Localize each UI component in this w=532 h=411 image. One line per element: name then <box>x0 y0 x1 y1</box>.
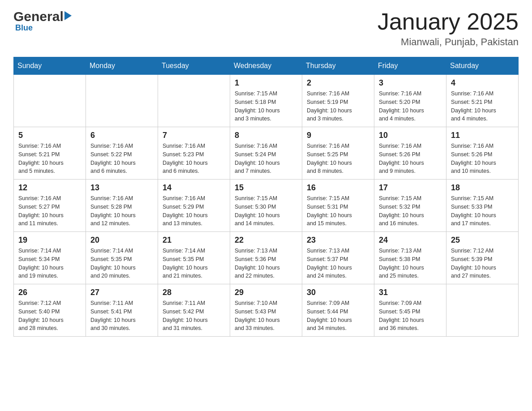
day-cell-14: 14Sunrise: 7:16 AMSunset: 5:29 PMDayligh… <box>158 180 230 232</box>
day-cell-8: 8Sunrise: 7:16 AMSunset: 5:24 PMDaylight… <box>230 127 302 180</box>
day-cell-7: 7Sunrise: 7:16 AMSunset: 5:23 PMDaylight… <box>158 127 230 180</box>
empty-cell <box>86 75 158 127</box>
empty-cell <box>158 75 230 127</box>
week-row-3: 12Sunrise: 7:16 AMSunset: 5:27 PMDayligh… <box>14 180 519 232</box>
day-number: 19 <box>18 235 81 245</box>
day-cell-21: 21Sunrise: 7:14 AMSunset: 5:35 PMDayligh… <box>158 232 230 284</box>
day-info: Sunrise: 7:16 AMSunset: 5:25 PMDaylight:… <box>307 142 369 176</box>
day-number: 23 <box>307 235 369 245</box>
day-number: 25 <box>451 235 514 245</box>
day-number: 8 <box>235 131 297 140</box>
day-info: Sunrise: 7:15 AMSunset: 5:30 PMDaylight:… <box>235 194 297 228</box>
day-number: 3 <box>379 78 442 88</box>
day-cell-20: 20Sunrise: 7:14 AMSunset: 5:35 PMDayligh… <box>86 232 158 284</box>
day-number: 18 <box>451 183 514 193</box>
day-number: 1 <box>235 78 297 88</box>
day-number: 31 <box>379 288 442 297</box>
day-cell-19: 19Sunrise: 7:14 AMSunset: 5:34 PMDayligh… <box>14 232 86 284</box>
column-header-sunday: Sunday <box>14 57 86 75</box>
day-info: Sunrise: 7:16 AMSunset: 5:23 PMDaylight:… <box>163 142 225 176</box>
day-cell-24: 24Sunrise: 7:13 AMSunset: 5:38 PMDayligh… <box>374 232 446 284</box>
page-header: General Blue January 2025 Mianwali, Punj… <box>13 9 519 48</box>
day-cell-22: 22Sunrise: 7:13 AMSunset: 5:36 PMDayligh… <box>230 232 302 284</box>
day-info: Sunrise: 7:14 AMSunset: 5:35 PMDaylight:… <box>163 247 225 280</box>
day-info: Sunrise: 7:14 AMSunset: 5:34 PMDaylight:… <box>18 247 81 280</box>
day-cell-16: 16Sunrise: 7:15 AMSunset: 5:31 PMDayligh… <box>302 180 374 232</box>
day-cell-30: 30Sunrise: 7:09 AMSunset: 5:44 PMDayligh… <box>302 284 374 337</box>
day-info: Sunrise: 7:11 AMSunset: 5:41 PMDaylight:… <box>90 299 153 333</box>
day-cell-3: 3Sunrise: 7:16 AMSunset: 5:20 PMDaylight… <box>374 75 446 127</box>
day-info: Sunrise: 7:12 AMSunset: 5:40 PMDaylight:… <box>18 299 81 333</box>
day-info: Sunrise: 7:13 AMSunset: 5:37 PMDaylight:… <box>307 247 369 280</box>
day-number: 13 <box>90 183 153 193</box>
day-number: 20 <box>90 235 153 245</box>
day-info: Sunrise: 7:16 AMSunset: 5:26 PMDaylight:… <box>379 142 442 176</box>
day-number: 26 <box>18 288 81 297</box>
day-info: Sunrise: 7:16 AMSunset: 5:20 PMDaylight:… <box>379 90 442 123</box>
day-info: Sunrise: 7:16 AMSunset: 5:28 PMDaylight:… <box>90 194 153 228</box>
day-cell-2: 2Sunrise: 7:16 AMSunset: 5:19 PMDaylight… <box>302 75 374 127</box>
day-cell-17: 17Sunrise: 7:15 AMSunset: 5:32 PMDayligh… <box>374 180 446 232</box>
column-header-monday: Monday <box>86 57 158 75</box>
column-header-thursday: Thursday <box>302 57 374 75</box>
title-section: January 2025 Mianwali, Punjab, Pakistan <box>378 9 519 48</box>
column-header-saturday: Saturday <box>446 57 519 75</box>
day-cell-12: 12Sunrise: 7:16 AMSunset: 5:27 PMDayligh… <box>14 180 86 232</box>
day-cell-1: 1Sunrise: 7:15 AMSunset: 5:18 PMDaylight… <box>230 75 302 127</box>
day-cell-25: 25Sunrise: 7:12 AMSunset: 5:39 PMDayligh… <box>446 232 519 284</box>
logo: General Blue <box>13 9 72 33</box>
day-info: Sunrise: 7:16 AMSunset: 5:26 PMDaylight:… <box>451 142 514 176</box>
day-cell-26: 26Sunrise: 7:12 AMSunset: 5:40 PMDayligh… <box>14 284 86 337</box>
day-number: 30 <box>307 288 369 297</box>
day-cell-11: 11Sunrise: 7:16 AMSunset: 5:26 PMDayligh… <box>446 127 519 180</box>
empty-cell <box>14 75 86 127</box>
day-cell-15: 15Sunrise: 7:15 AMSunset: 5:30 PMDayligh… <box>230 180 302 232</box>
day-number: 17 <box>379 183 442 193</box>
day-number: 29 <box>235 288 297 297</box>
day-info: Sunrise: 7:13 AMSunset: 5:38 PMDaylight:… <box>379 247 442 280</box>
day-info: Sunrise: 7:16 AMSunset: 5:27 PMDaylight:… <box>18 194 81 228</box>
column-header-wednesday: Wednesday <box>230 57 302 75</box>
day-info: Sunrise: 7:16 AMSunset: 5:19 PMDaylight:… <box>307 90 369 123</box>
day-info: Sunrise: 7:10 AMSunset: 5:43 PMDaylight:… <box>235 299 297 333</box>
day-info: Sunrise: 7:09 AMSunset: 5:44 PMDaylight:… <box>307 299 369 333</box>
week-row-5: 26Sunrise: 7:12 AMSunset: 5:40 PMDayligh… <box>14 284 519 337</box>
day-info: Sunrise: 7:15 AMSunset: 5:32 PMDaylight:… <box>379 194 442 228</box>
calendar-header-row: SundayMondayTuesdayWednesdayThursdayFrid… <box>14 57 519 75</box>
day-number: 6 <box>90 131 153 140</box>
day-number: 10 <box>379 131 442 140</box>
day-cell-28: 28Sunrise: 7:11 AMSunset: 5:42 PMDayligh… <box>158 284 230 337</box>
column-header-friday: Friday <box>374 57 446 75</box>
empty-cell <box>446 284 519 337</box>
logo-blue-text: Blue <box>15 23 33 33</box>
logo-general-text: General <box>13 9 64 24</box>
day-number: 11 <box>451 131 514 140</box>
week-row-1: 1Sunrise: 7:15 AMSunset: 5:18 PMDaylight… <box>14 75 519 127</box>
day-number: 28 <box>163 288 225 297</box>
day-info: Sunrise: 7:09 AMSunset: 5:45 PMDaylight:… <box>379 299 442 333</box>
day-number: 7 <box>163 131 225 140</box>
day-info: Sunrise: 7:15 AMSunset: 5:31 PMDaylight:… <box>307 194 369 228</box>
day-info: Sunrise: 7:15 AMSunset: 5:33 PMDaylight:… <box>451 194 514 228</box>
day-number: 16 <box>307 183 369 193</box>
day-number: 24 <box>379 235 442 245</box>
day-info: Sunrise: 7:13 AMSunset: 5:36 PMDaylight:… <box>235 247 297 280</box>
day-number: 9 <box>307 131 369 140</box>
day-cell-23: 23Sunrise: 7:13 AMSunset: 5:37 PMDayligh… <box>302 232 374 284</box>
day-cell-31: 31Sunrise: 7:09 AMSunset: 5:45 PMDayligh… <box>374 284 446 337</box>
day-info: Sunrise: 7:12 AMSunset: 5:39 PMDaylight:… <box>451 247 514 280</box>
day-cell-27: 27Sunrise: 7:11 AMSunset: 5:41 PMDayligh… <box>86 284 158 337</box>
column-header-tuesday: Tuesday <box>158 57 230 75</box>
day-number: 14 <box>163 183 225 193</box>
calendar-table: SundayMondayTuesdayWednesdayThursdayFrid… <box>13 57 519 337</box>
logo-arrow-icon <box>64 11 72 20</box>
day-info: Sunrise: 7:16 AMSunset: 5:21 PMDaylight:… <box>18 142 81 176</box>
day-info: Sunrise: 7:14 AMSunset: 5:35 PMDaylight:… <box>90 247 153 280</box>
day-cell-13: 13Sunrise: 7:16 AMSunset: 5:28 PMDayligh… <box>86 180 158 232</box>
week-row-4: 19Sunrise: 7:14 AMSunset: 5:34 PMDayligh… <box>14 232 519 284</box>
day-info: Sunrise: 7:16 AMSunset: 5:24 PMDaylight:… <box>235 142 297 176</box>
day-number: 12 <box>18 183 81 193</box>
day-number: 2 <box>307 78 369 88</box>
day-info: Sunrise: 7:16 AMSunset: 5:21 PMDaylight:… <box>451 90 514 123</box>
day-cell-9: 9Sunrise: 7:16 AMSunset: 5:25 PMDaylight… <box>302 127 374 180</box>
